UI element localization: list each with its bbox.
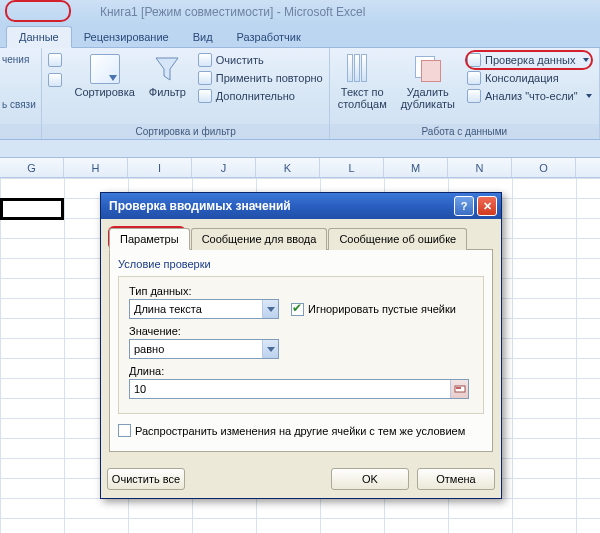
remove-duplicates-icon bbox=[413, 54, 443, 84]
dialog-tab-inputmsg[interactable]: Сообщение для ввода bbox=[191, 228, 328, 250]
type-label: Тип данных: bbox=[129, 285, 473, 297]
connections-frag1: чения bbox=[2, 54, 29, 65]
dialog-tab-errormsg[interactable]: Сообщение об ошибке bbox=[328, 228, 467, 250]
filter-label: Фильтр bbox=[149, 86, 186, 98]
data-validation-dialog: Проверка вводимых значений ? ✕ Параметры… bbox=[100, 192, 502, 499]
annotation-tab-highlight bbox=[5, 0, 71, 22]
remove-duplicates-label: Удалить дубликаты bbox=[401, 86, 455, 110]
remove-duplicates-button[interactable]: Удалить дубликаты bbox=[397, 52, 459, 112]
sort-label: Сортировка bbox=[74, 86, 134, 98]
whatif-icon bbox=[467, 89, 481, 103]
dialog-close-button[interactable]: ✕ bbox=[477, 196, 497, 216]
dialog-tabstrip: Параметры Сообщение для ввода Сообщение … bbox=[109, 227, 493, 250]
column-headers: G H I J K L M N O bbox=[0, 158, 600, 178]
sort-za-button[interactable] bbox=[46, 72, 64, 88]
col-header[interactable]: L bbox=[320, 158, 384, 177]
propagate-checkbox[interactable]: Распространить изменения на другие ячейк… bbox=[118, 424, 484, 437]
advanced-icon bbox=[198, 89, 212, 103]
sort-za-icon bbox=[48, 73, 62, 87]
group-label-sortfilter: Сортировка и фильтр bbox=[42, 124, 328, 139]
clear-all-button[interactable]: Очистить все bbox=[107, 468, 185, 490]
sort-az-button[interactable] bbox=[46, 52, 64, 68]
data-validation-icon bbox=[467, 53, 481, 67]
svg-rect-1 bbox=[456, 387, 461, 389]
ribbon: чения ь связи Сортировка Фильтр bbox=[0, 48, 600, 140]
length-input[interactable]: 10 bbox=[129, 379, 469, 399]
dialog-tab-parameters[interactable]: Параметры bbox=[109, 228, 190, 250]
checkbox-icon bbox=[291, 303, 304, 316]
value-select[interactable]: равно bbox=[129, 339, 279, 359]
text-to-columns-button[interactable]: Текст по столбцам bbox=[334, 52, 391, 112]
clear-filter-button[interactable]: Очистить bbox=[196, 52, 325, 68]
data-validation-button[interactable]: Проверка данных bbox=[465, 52, 595, 68]
ok-button[interactable]: OK bbox=[331, 468, 409, 490]
dialog-help-button[interactable]: ? bbox=[454, 196, 474, 216]
chevron-down-icon bbox=[262, 340, 278, 358]
ribbon-tabstrip: Данные Рецензирование Вид Разработчик bbox=[0, 24, 600, 48]
consolidate-button[interactable]: Консолидация bbox=[465, 70, 595, 86]
chevron-down-icon bbox=[262, 300, 278, 318]
reapply-icon bbox=[198, 71, 212, 85]
selected-cell[interactable] bbox=[0, 198, 64, 220]
col-header[interactable]: I bbox=[128, 158, 192, 177]
tab-review[interactable]: Рецензирование bbox=[72, 27, 181, 47]
group-label-connections bbox=[0, 124, 41, 139]
dialog-title-text: Проверка вводимых значений bbox=[109, 199, 291, 213]
ignore-blank-checkbox[interactable]: Игнорировать пустые ячейки bbox=[291, 303, 456, 316]
connections-frag2: ь связи bbox=[2, 99, 36, 110]
consolidate-icon bbox=[467, 71, 481, 85]
filter-button[interactable]: Фильтр bbox=[145, 52, 190, 100]
text-to-columns-icon bbox=[347, 54, 377, 84]
col-header[interactable]: K bbox=[256, 158, 320, 177]
clear-icon bbox=[198, 53, 212, 67]
formula-bar-area bbox=[0, 140, 600, 158]
length-label: Длина: bbox=[129, 365, 473, 377]
tab-developer[interactable]: Разработчик bbox=[225, 27, 313, 47]
sort-button[interactable]: Сортировка bbox=[70, 52, 138, 100]
sort-icon bbox=[90, 54, 120, 84]
length-input-value: 10 bbox=[134, 383, 146, 395]
checkbox-icon bbox=[118, 424, 131, 437]
tab-view[interactable]: Вид bbox=[181, 27, 225, 47]
reapply-button[interactable]: Применить повторно bbox=[196, 70, 325, 86]
dialog-titlebar[interactable]: Проверка вводимых значений ? ✕ bbox=[101, 193, 501, 219]
tab-data[interactable]: Данные bbox=[6, 26, 72, 48]
type-select-value: Длина текста bbox=[134, 303, 202, 315]
validation-criteria-label: Условие проверки bbox=[118, 258, 484, 270]
col-header[interactable]: G bbox=[0, 158, 64, 177]
whatif-button[interactable]: Анализ "что-если" bbox=[465, 88, 595, 104]
cancel-button[interactable]: Отмена bbox=[417, 468, 495, 490]
funnel-icon bbox=[152, 54, 182, 84]
col-header[interactable]: M bbox=[384, 158, 448, 177]
range-collapse-button[interactable] bbox=[450, 380, 468, 398]
group-label-datatools: Работа с данными bbox=[330, 124, 599, 139]
sort-az-icon bbox=[48, 53, 62, 67]
col-header[interactable]: N bbox=[448, 158, 512, 177]
col-header[interactable]: H bbox=[64, 158, 128, 177]
app-title: Книга1 [Режим совместимости] - Microsoft… bbox=[0, 0, 600, 24]
col-header[interactable]: O bbox=[512, 158, 576, 177]
advanced-filter-button[interactable]: Дополнительно bbox=[196, 88, 325, 104]
type-select[interactable]: Длина текста bbox=[129, 299, 279, 319]
value-select-value: равно bbox=[134, 343, 164, 355]
col-header[interactable]: J bbox=[192, 158, 256, 177]
text-to-columns-label: Текст по столбцам bbox=[338, 86, 387, 110]
value-label: Значение: bbox=[129, 325, 473, 337]
